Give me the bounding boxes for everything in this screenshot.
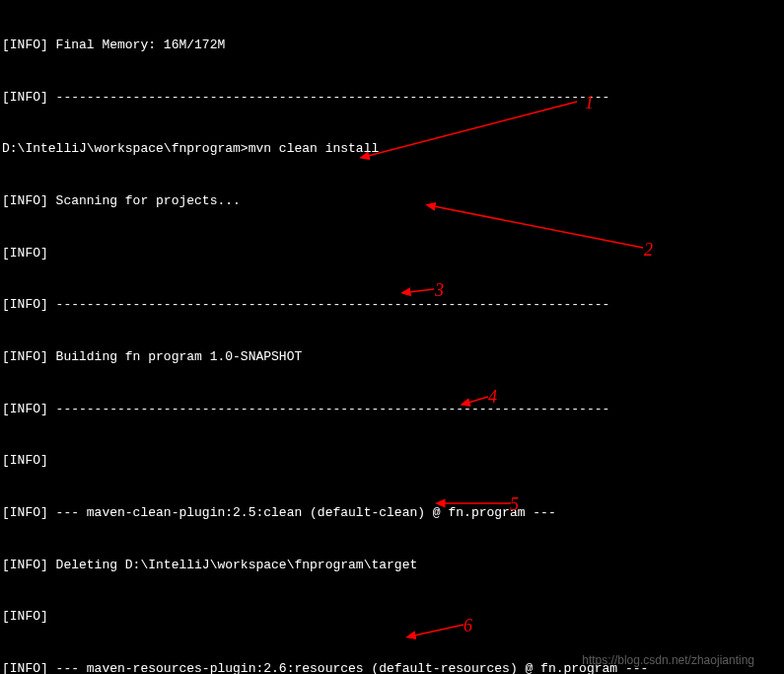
log-line: [INFO] [2, 452, 782, 470]
log-line: [INFO] --- maven-clean-plugin:2.5:clean … [2, 504, 782, 522]
annotation-label-5: 5 [510, 492, 519, 516]
log-line: [INFO] Building fn program 1.0-SNAPSHOT [2, 348, 782, 366]
terminal-output: [INFO] Final Memory: 16M/172M [INFO] ---… [2, 2, 782, 674]
log-line: [INFO] Deleting D:\IntelliJ\workspace\fn… [2, 557, 782, 574]
annotation-label-4: 4 [488, 385, 497, 409]
log-line: [INFO] Scanning for projects... [2, 192, 782, 210]
log-line: D:\IntelliJ\workspace\fnprogram>mvn clea… [2, 140, 782, 158]
annotation-label-1: 1 [585, 91, 594, 114]
log-line: [INFO] [2, 608, 782, 626]
annotation-label-3: 3 [435, 278, 444, 302]
log-line: [INFO] ---------------------------------… [2, 89, 782, 107]
log-line: [INFO] ---------------------------------… [2, 401, 782, 418]
watermark-text: https://blog.csdn.net/zhaojianting [582, 652, 754, 668]
annotation-label-6: 6 [463, 614, 472, 637]
log-line: [INFO] ---------------------------------… [2, 296, 782, 314]
log-line: [INFO] [2, 245, 782, 262]
annotation-label-2: 2 [644, 238, 653, 262]
log-line: [INFO] Final Memory: 16M/172M [2, 37, 782, 54]
